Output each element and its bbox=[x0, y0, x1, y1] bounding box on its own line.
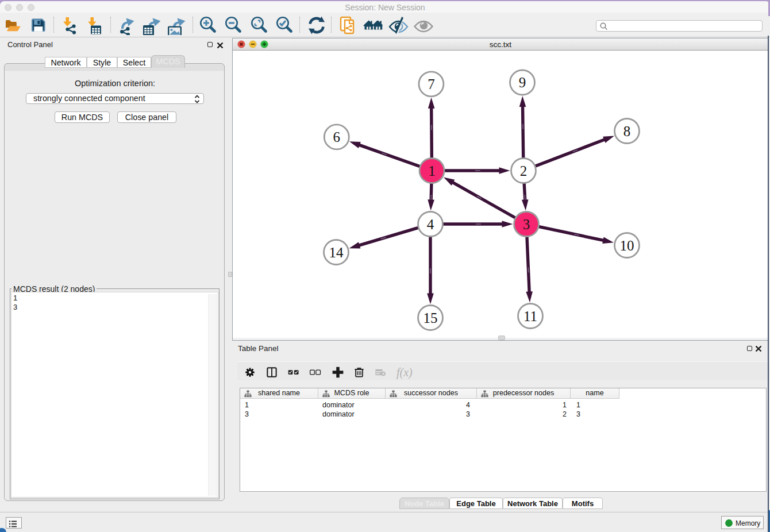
svg-text:3: 3 bbox=[523, 217, 530, 232]
svg-text:7: 7 bbox=[428, 76, 435, 92]
svg-text:10: 10 bbox=[620, 238, 634, 253]
svg-text:1: 1 bbox=[428, 163, 436, 179]
svg-text:11: 11 bbox=[523, 309, 537, 324]
svg-text:14: 14 bbox=[329, 245, 344, 260]
svg-text:4: 4 bbox=[427, 217, 434, 232]
svg-text:8: 8 bbox=[623, 124, 631, 139]
svg-text:f(x): f(x) bbox=[396, 366, 413, 379]
svg-text:2: 2 bbox=[520, 163, 528, 179]
svg-text:15: 15 bbox=[424, 310, 438, 326]
svg-text:6: 6 bbox=[333, 129, 341, 145]
svg-text:9: 9 bbox=[519, 75, 526, 90]
svg-text:Memory: Memory bbox=[736, 519, 760, 527]
